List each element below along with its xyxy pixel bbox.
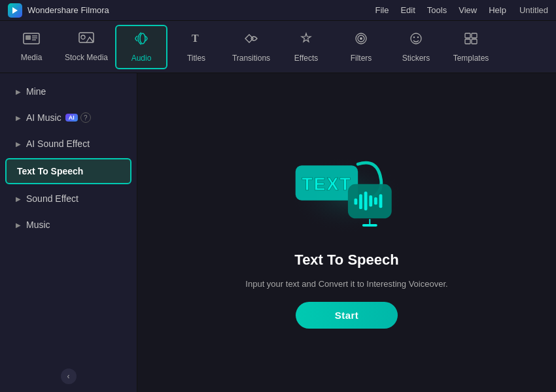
chevron-right-icon: ▶ — [16, 195, 21, 203]
svg-rect-2 — [26, 35, 31, 40]
sidebar-item-music-label: Music — [26, 220, 50, 230]
ai-badge: AI — [65, 114, 78, 122]
menu-help[interactable]: Help — [489, 5, 506, 15]
tab-stickers-label: Stickers — [402, 54, 430, 63]
templates-icon — [462, 31, 479, 50]
chevron-right-icon: ▶ — [16, 88, 21, 95]
audio-icon — [133, 31, 150, 50]
tab-effects[interactable]: Effects — [280, 25, 332, 69]
svg-rect-29 — [374, 197, 377, 204]
tab-media-label: Media — [21, 53, 43, 62]
effects-icon — [298, 31, 315, 50]
svg-rect-25 — [354, 198, 357, 204]
svg-rect-32 — [362, 223, 377, 226]
tab-effects-label: Effects — [294, 54, 318, 63]
sidebar-item-text-to-speech[interactable]: Text To Speech — [5, 158, 131, 184]
app-name: Wondershare Filmora — [27, 5, 362, 15]
content-subtext: Input your text and Convert it to Intere… — [245, 279, 447, 289]
sidebar-item-music[interactable]: ▶ Music — [5, 213, 131, 237]
tts-illustration: TEXT — [275, 137, 419, 241]
svg-rect-30 — [379, 194, 383, 208]
start-button[interactable]: Start — [296, 302, 398, 329]
sidebar-item-sound-effect-label: Sound Effect — [26, 193, 78, 204]
sidebar-collapse-button[interactable]: ‹ — [61, 368, 77, 384]
svg-marker-0 — [12, 7, 18, 14]
tab-filters[interactable]: Filters — [335, 25, 387, 69]
tab-filters-label: Filters — [351, 54, 372, 63]
sidebar-item-ai-music-label: AI Music — [26, 112, 61, 123]
tab-stickers[interactable]: Stickers — [390, 25, 442, 69]
sidebar-item-sound-effect[interactable]: ▶ Sound Effect — [5, 187, 131, 210]
sidebar-item-ai-music[interactable]: ▶ AI Music AI ? — [5, 106, 131, 129]
content-area: TEXT Text To Speech Input your — [137, 73, 556, 392]
svg-rect-26 — [359, 194, 362, 209]
tab-stock-media-label: Stock Media — [65, 53, 108, 62]
tab-audio[interactable]: Audio — [115, 25, 167, 69]
menu-tools[interactable]: Tools — [427, 5, 447, 15]
svg-rect-27 — [364, 191, 368, 210]
tab-stock-media[interactable]: Stock Media — [60, 25, 113, 69]
stickers-icon — [408, 31, 425, 50]
svg-point-14 — [413, 37, 415, 38]
svg-point-15 — [417, 37, 419, 38]
main-layout: ▶ Mine ▶ AI Music AI ? ▶ AI Sound Effect… — [0, 73, 556, 392]
help-icon[interactable]: ? — [80, 112, 91, 123]
chevron-right-icon: ▶ — [16, 114, 21, 122]
svg-rect-16 — [465, 33, 470, 38]
stock-media-icon — [78, 31, 95, 50]
svg-rect-18 — [465, 39, 470, 44]
sidebar-item-mine[interactable]: ▶ Mine — [5, 80, 131, 103]
menu-view[interactable]: View — [459, 5, 477, 15]
chevron-right-icon: ▶ — [16, 140, 21, 148]
menu-bar: File Edit Tools View Help — [375, 5, 506, 15]
sidebar-item-ai-sound-label: AI Sound Effect — [26, 139, 90, 149]
media-icon — [23, 31, 40, 50]
tab-transitions-label: Transitions — [232, 54, 270, 63]
svg-text:TEXT: TEXT — [302, 174, 351, 194]
tab-transitions[interactable]: Transitions — [225, 25, 277, 69]
svg-rect-28 — [369, 195, 372, 206]
tab-titles-label: Titles — [187, 54, 205, 63]
collapse-icon: ‹ — [67, 372, 70, 381]
svg-rect-19 — [472, 39, 477, 44]
content-heading: Text To Speech — [294, 252, 398, 269]
svg-rect-17 — [472, 33, 477, 38]
tab-media[interactable]: Media — [5, 25, 58, 69]
transitions-icon — [243, 31, 260, 50]
svg-point-12 — [360, 37, 362, 40]
svg-text:T: T — [192, 33, 199, 44]
toolbar: Media Stock Media Audio T T — [0, 21, 556, 73]
window-title: Untitled — [519, 5, 548, 15]
tab-titles[interactable]: T Titles — [170, 25, 222, 69]
titles-icon: T — [188, 31, 205, 50]
sidebar: ▶ Mine ▶ AI Music AI ? ▶ AI Sound Effect… — [0, 73, 137, 392]
menu-file[interactable]: File — [375, 5, 389, 15]
tab-templates[interactable]: Templates — [445, 25, 497, 69]
tab-audio-label: Audio — [131, 54, 152, 63]
menu-edit[interactable]: Edit — [400, 5, 415, 15]
sidebar-item-mine-label: Mine — [26, 86, 46, 97]
svg-point-8 — [140, 33, 145, 44]
tab-templates-label: Templates — [453, 54, 489, 63]
svg-point-7 — [81, 35, 85, 39]
titlebar: Wondershare Filmora File Edit Tools View… — [0, 0, 556, 21]
sidebar-item-ai-sound-effect[interactable]: ▶ AI Sound Effect — [5, 132, 131, 155]
sidebar-item-tts-label: Text To Speech — [17, 166, 83, 176]
filters-icon — [353, 31, 370, 50]
app-logo — [8, 3, 22, 18]
chevron-right-icon: ▶ — [16, 221, 21, 229]
